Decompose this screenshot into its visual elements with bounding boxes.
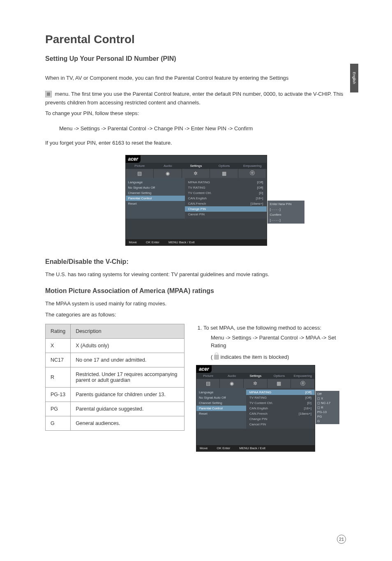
options-icon: ▦	[210, 169, 238, 178]
step-1-nav: Menu -> Settings -> Parental Control -> …	[203, 334, 347, 350]
osd1-popup: Enter New PIN [ - - - - ] Confirm [ - - …	[267, 201, 304, 224]
audio-icon: ◉	[154, 169, 182, 178]
empowering-icon: ⓔ	[238, 169, 267, 178]
icon-line-text: menu. The first time you use the Parenta…	[45, 91, 343, 106]
osd1-footer-back: MENU Back / Exit	[168, 240, 195, 244]
picture-icon: ▤	[126, 169, 154, 178]
pin-icon-line: menu. The first time you use the Parenta…	[45, 90, 347, 107]
lock-icon	[214, 355, 219, 360]
forget-pin: If you forget your PIN, enter 6163 to re…	[45, 139, 347, 148]
page-number: 21	[337, 535, 346, 544]
mpaa-l1: The MPAA system is used mainly for ratin…	[45, 300, 347, 308]
step-1-hint: ( indicates the item is blocked)	[203, 353, 347, 361]
osd1-left-item: No Signal Auto Off	[126, 185, 185, 190]
th-rating: Rating	[46, 324, 71, 339]
osd1-tab: Settings	[182, 163, 210, 169]
osd1-tab: Options	[210, 163, 238, 169]
ratings-table: Rating Description XX (Adults only) NC17…	[45, 324, 184, 431]
pin-intro: When in TV, AV or Component mode, you ca…	[45, 74, 347, 83]
osd1-left-item: Channel Setting	[126, 190, 185, 196]
osd-screenshot-2: acer Picture Audio Settings Options Empo…	[196, 365, 347, 452]
osd1-left-item: Language	[126, 180, 185, 185]
pin-heading: Setting Up Your Personal ID Number (PIN)	[45, 55, 347, 62]
osd1-footer-move: Move	[129, 240, 137, 244]
osd2-brand: acer	[196, 365, 212, 373]
language-tab: English	[350, 64, 358, 92]
vchip-heading: Enable/Disable the V-Chip:	[45, 258, 347, 265]
mpaa-l2: The categories are as follows:	[45, 311, 347, 319]
osd-screenshot-1: acer Picture Audio Settings Options Empo…	[45, 155, 347, 246]
th-desc: Description	[71, 324, 184, 339]
osd1-tab: Picture	[126, 163, 154, 169]
step-1: To set MPAA, use the following method to…	[203, 324, 347, 361]
osd2-popup: Off ◻ X ◻ NC-17 ◻ R PG-13 PG G	[316, 391, 339, 424]
osd1-tab: Audio	[154, 163, 182, 169]
osd1-left-item: Reset	[126, 201, 185, 206]
settings-tab-icon: ✲	[182, 169, 210, 178]
osd1-brand: acer	[126, 155, 141, 163]
osd1-tab: Empowering	[238, 163, 267, 169]
page-title: Parental Control	[45, 33, 347, 46]
osd1-footer-enter: OK Enter	[146, 240, 159, 244]
osd1-left-item: Parental Control	[126, 196, 185, 201]
mpaa-heading: Motion Picture Association of America (M…	[45, 287, 347, 295]
settings-icon	[45, 91, 52, 97]
change-pin-text: To change your PIN, follow these steps:	[45, 109, 347, 118]
vchip-line: The U.S. has two rating systems for view…	[45, 270, 347, 279]
nav-path: Menu -> Settings -> Parental Control -> …	[45, 125, 347, 132]
